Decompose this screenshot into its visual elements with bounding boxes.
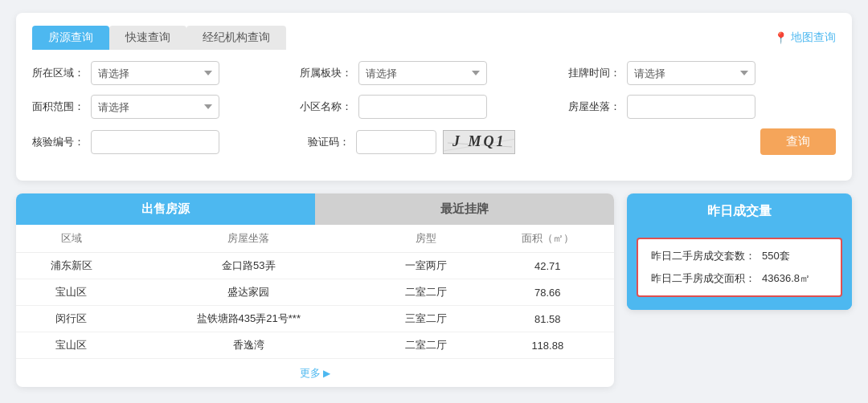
listings-table: 区域 房屋坐落 房型 面积（㎡） 浦东新区金口路53弄一室两厅42.71宝山区盛… [16,225,614,359]
cell-location: 盛达家园 [126,279,371,306]
community-label: 小区名称： [300,100,352,114]
cell-size: 78.66 [481,279,614,306]
more-link[interactable]: 更多 ▶ [300,367,331,379]
form-row-3: 核验编号： 验证码： J MQ1 查询 [32,128,836,155]
table-row: 浦东新区金口路53弄一室两厅42.71 [16,253,614,279]
cell-type: 二室二厅 [371,279,481,306]
listing-time-label: 挂牌时间： [568,66,620,80]
location-label: 房屋坐落： [568,100,620,114]
col-area: 区域 [16,225,126,253]
stats-value-1: 550套 [762,249,790,263]
stats-row-2: 昨日二手房成交面积： 43636.8㎡ [651,271,828,286]
form-group-area: 所在区域： 请选择 [32,61,300,85]
form-group-captcha: 验证码： J MQ1 [300,130,567,154]
size-select[interactable]: 请选择 [91,95,219,119]
verify-label: 核验编号： [32,135,84,149]
cell-type: 一室两厅 [371,253,481,279]
table-row: 宝山区盛达家园二室二厅78.66 [16,279,614,306]
cell-size: 118.88 [481,332,614,359]
cell-location: 盐铁塘路435弄21号*** [126,306,371,332]
stats-label-2: 昨日二手房成交面积： [651,271,755,286]
map-link[interactable]: 📍 地图查询 [774,31,836,45]
tab-house-query[interactable]: 房源查询 [32,26,109,50]
area-label: 所在区域： [32,66,84,80]
bottom-section: 出售房源 最近挂牌 区域 房屋坐落 房型 面积（㎡） 浦东新区金口路53弄一室两… [16,193,852,387]
cell-area: 宝山区 [16,279,126,306]
form-group-verify: 核验编号： [32,130,300,154]
area-select[interactable]: 请选择 [91,61,219,85]
cell-type: 二室二厅 [371,332,481,359]
stats-inner: 昨日二手房成交套数： 550套 昨日二手房成交面积： 43636.8㎡ [637,238,842,297]
col-location: 房屋坐落 [126,225,371,253]
tab-recent-listing[interactable]: 最近挂牌 [315,193,614,225]
query-button[interactable]: 查询 [760,128,836,155]
tab-agency-query[interactable]: 经纪机构查询 [186,26,286,50]
table-row: 闵行区盐铁塘路435弄21号***三室二厅81.58 [16,306,614,332]
captcha-input[interactable] [356,130,436,154]
stats-label-1: 昨日二手房成交套数： [651,249,755,263]
cell-type: 三室二厅 [371,306,481,332]
size-label: 面积范围： [32,100,84,114]
block-label: 所属板块： [300,66,352,80]
captcha-label: 验证码： [300,135,350,149]
form-group-community: 小区名称： [300,95,567,119]
form-group-block: 所属板块： 请选择 [300,61,567,85]
community-input[interactable] [358,95,487,119]
captcha-container: J MQ1 [356,130,515,154]
location-input[interactable] [627,95,755,119]
form-group-size: 面积范围： 请选择 [32,95,300,119]
tabs-row: 房源查询 快速查询 经纪机构查询 📍 地图查询 [32,26,836,50]
map-icon: 📍 [774,31,788,44]
col-type: 房型 [371,225,481,253]
stats-value-2: 43636.8㎡ [762,271,810,286]
stats-body: 昨日二手房成交套数： 550套 昨日二手房成交面积： 43636.8㎡ [627,230,852,310]
search-card: 房源查询 快速查询 经纪机构查询 📍 地图查询 所在区域： 请选择 所属板块： … [16,13,852,181]
form-row-2: 面积范围： 请选择 小区名称： 房屋坐落： [32,95,836,119]
cell-area: 浦东新区 [16,253,126,279]
cell-location: 金口路53弄 [126,253,371,279]
main-container: 房源查询 快速查询 经纪机构查询 📍 地图查询 所在区域： 请选择 所属板块： … [16,13,852,387]
form-group-query-btn: 查询 [568,128,836,155]
tab-for-sale[interactable]: 出售房源 [16,193,315,225]
stats-title: 昨日成交量 [627,193,852,230]
col-size: 面积（㎡） [481,225,614,253]
stats-card: 昨日成交量 昨日二手房成交套数： 550套 昨日二手房成交面积： 43636.8… [627,193,852,310]
more-row: 更多 ▶ [16,359,614,387]
captcha-image[interactable]: J MQ1 [443,130,515,154]
tab-quick-query[interactable]: 快速查询 [109,26,186,50]
cell-location: 香逸湾 [126,332,371,359]
listings-card: 出售房源 最近挂牌 区域 房屋坐落 房型 面积（㎡） 浦东新区金口路53弄一室两… [16,193,614,387]
cell-area: 闵行区 [16,306,126,332]
form-group-location: 房屋坐落： [568,95,836,119]
more-arrow-icon: ▶ [323,368,330,379]
stats-row-1: 昨日二手房成交套数： 550套 [651,249,828,263]
table-row: 宝山区香逸湾二室二厅118.88 [16,332,614,359]
cell-area: 宝山区 [16,332,126,359]
listings-tabs: 出售房源 最近挂牌 [16,193,614,225]
cell-size: 42.71 [481,253,614,279]
block-select[interactable]: 请选择 [358,61,487,85]
cell-size: 81.58 [481,306,614,332]
form-group-listing-time: 挂牌时间： 请选择 [568,61,836,85]
form-row-1: 所在区域： 请选择 所属板块： 请选择 挂牌时间： 请选择 [32,61,836,85]
table-header-row: 区域 房屋坐落 房型 面积（㎡） [16,225,614,253]
verify-input[interactable] [91,130,219,154]
listing-time-select[interactable]: 请选择 [627,61,755,85]
tabs-left: 房源查询 快速查询 经纪机构查询 [32,26,286,50]
